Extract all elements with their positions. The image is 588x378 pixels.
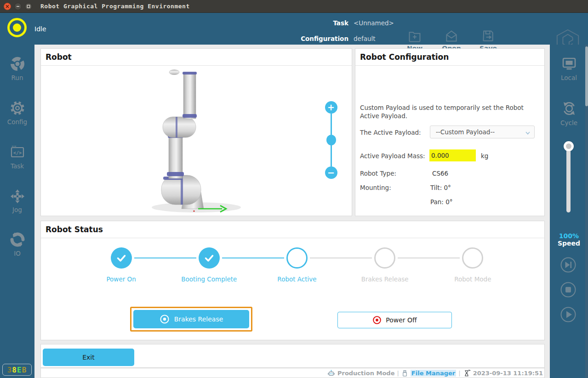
file-manager-icon	[401, 369, 408, 377]
local-monitor-icon	[561, 56, 577, 72]
speed-percent: 100%	[550, 232, 588, 240]
step-label: Robot Mode	[454, 275, 491, 283]
step-forward-button[interactable]	[560, 257, 577, 273]
timer-icon	[463, 369, 471, 377]
brakes-release-label: Brakes Release	[174, 315, 223, 323]
window-maximize-button[interactable]	[25, 3, 32, 10]
task-value: <Unnamed>	[354, 19, 394, 27]
file-manager-link[interactable]: File Manager	[411, 370, 456, 377]
sidebar-item-io[interactable]: IO	[0, 231, 34, 257]
sidebar-item-config[interactable]: Config	[0, 100, 34, 126]
config-panel-title: Robot Configuration	[355, 49, 544, 66]
task-label: Task	[11, 162, 24, 170]
sidebar-item-run[interactable]: Run	[0, 56, 34, 81]
sidebar-item-local[interactable]: Local	[550, 56, 588, 81]
brakes-release-button[interactable]: Brakes Release	[133, 310, 249, 328]
robot-panel: Robot	[40, 48, 352, 216]
step-label: Brakes Release	[361, 275, 409, 283]
zoom-knob[interactable]	[326, 135, 336, 145]
robot-type-label: Robot Type:	[360, 170, 396, 177]
svg-text:</>: </>	[13, 150, 21, 155]
play-button[interactable]	[560, 306, 577, 323]
step-circle	[286, 247, 308, 269]
hex-status-badge: 3 8 E B	[2, 364, 32, 376]
active-payload-value: --Custom Payload--	[436, 128, 495, 136]
check-icon	[116, 252, 127, 263]
task-config-block: Task <Unnamed> Configuration default	[239, 17, 405, 44]
active-payload-dropdown[interactable]: --Custom Payload--	[430, 126, 535, 138]
badge-char: 8	[12, 366, 17, 374]
zoom-in-button[interactable]: +	[325, 101, 337, 114]
jog-label: Jog	[12, 206, 22, 213]
speed-slider-knob[interactable]	[564, 141, 574, 151]
check-icon	[204, 252, 215, 263]
window-controls	[4, 3, 32, 10]
configuration-label: Configuration	[239, 35, 348, 42]
minimize-icon	[16, 5, 20, 8]
footer-separator: |	[458, 370, 460, 377]
jog-move-icon	[10, 189, 25, 204]
task-label: Task	[239, 19, 348, 27]
sidebar-item-jog[interactable]: Jog	[0, 189, 34, 213]
power-bullseye-icon	[372, 315, 382, 325]
step-power-on: Power On	[77, 247, 165, 283]
window-titlebar: Robot Graphical Programming Environment	[0, 0, 588, 13]
run-label: Run	[11, 74, 23, 81]
robot-configuration-panel: Robot Configuration Custom Payload is us…	[355, 48, 545, 216]
step-circle	[374, 247, 395, 269]
payload-mass-input[interactable]	[429, 149, 476, 161]
speed-slider-track[interactable]	[566, 143, 571, 212]
save-icon	[481, 29, 496, 43]
production-mode-text: Production Mode	[337, 370, 395, 377]
badge-char: 3	[7, 366, 12, 374]
step-robot-mode: Robot Mode	[429, 247, 517, 283]
robot-status-panel: Robot Status Power On Booting Complete R…	[40, 221, 545, 340]
step-label: Robot Active	[277, 275, 316, 283]
step-brakes-release: Brakes Release	[341, 247, 429, 283]
zoom-out-button[interactable]: −	[325, 166, 337, 179]
step-label: Booting Complete	[181, 275, 237, 283]
zoom-track	[331, 145, 332, 166]
window-minimize-button[interactable]	[14, 3, 22, 10]
local-label: Local	[561, 74, 577, 81]
window-close-button[interactable]	[4, 3, 11, 10]
stop-button[interactable]	[560, 281, 577, 298]
step-circle	[111, 247, 132, 269]
badge-char: E	[17, 366, 22, 374]
exit-button[interactable]: Exit	[43, 349, 134, 366]
right-scrollbar[interactable]	[585, 45, 588, 378]
mounting-tilt-value: Tilt: 0°	[430, 184, 451, 191]
close-icon	[6, 5, 9, 8]
power-off-button[interactable]: Power Off	[337, 312, 452, 328]
chevron-down-icon	[525, 130, 531, 137]
run-icon	[9, 56, 26, 72]
mounting-pan-value: Pan: 0°	[430, 198, 453, 206]
configuration-value: default	[354, 35, 376, 42]
power-off-label: Power Off	[386, 316, 417, 324]
step-robot-active: Robot Active	[253, 247, 341, 283]
robot-arm-3d-view[interactable]	[150, 68, 288, 214]
cycle-sync-icon	[560, 100, 578, 117]
production-mode-robot-icon	[327, 369, 335, 377]
scrollbar-thumb[interactable]	[585, 46, 588, 106]
exit-panel: Exit	[40, 344, 545, 368]
sidebar-item-cycle[interactable]: Cycle	[550, 100, 588, 126]
robot-state-text: Idle	[34, 25, 46, 33]
maximize-icon	[27, 5, 30, 8]
status-panel-title: Robot Status	[41, 221, 544, 238]
speed-label: Speed	[550, 240, 588, 247]
step-circle	[462, 247, 483, 269]
cycle-label: Cycle	[560, 119, 577, 126]
step-label: Power On	[106, 275, 136, 283]
new-folder-icon	[407, 29, 422, 43]
active-payload-label: The Active Payload:	[360, 129, 421, 136]
play-icon	[560, 306, 577, 323]
window-title: Robot Graphical Programming Environment	[40, 3, 190, 10]
sidebar-item-task[interactable]: </> Task	[0, 144, 34, 170]
step-circle	[199, 247, 220, 269]
footer-separator: |	[397, 370, 399, 377]
timestamp-text: 2023-09-13 11:19:51	[473, 370, 543, 377]
task-code-icon: </>	[9, 144, 26, 160]
io-cycle-icon	[9, 231, 26, 248]
payload-mass-label: Active Payload Mass:	[360, 152, 425, 160]
